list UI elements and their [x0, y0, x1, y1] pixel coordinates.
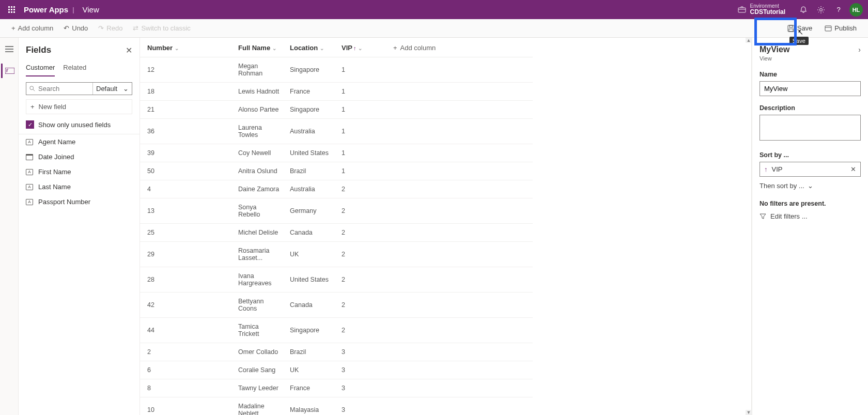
- cell-full_name: Michel Delisle: [233, 224, 285, 242]
- props-collapse-button[interactable]: ›: [858, 45, 861, 54]
- cell-empty: [388, 83, 533, 101]
- edit-filters-button[interactable]: Edit filters ...: [760, 212, 861, 220]
- add-column-button[interactable]: + Add column: [7, 22, 57, 34]
- publish-button[interactable]: Publish: [820, 22, 861, 34]
- table-row[interactable]: 36Laurena TowlesAustralia1: [140, 119, 533, 144]
- sort-chip[interactable]: ↑ VIP ✕: [760, 162, 861, 177]
- field-label: Agent Name: [38, 138, 75, 146]
- table-row[interactable]: 2Omer ColladoBrazil3: [140, 343, 533, 361]
- title-divider: |: [72, 6, 74, 13]
- edit-filters-label: Edit filters ...: [770, 212, 808, 220]
- field-item[interactable]: Date Joined: [19, 149, 140, 164]
- cell-empty: [388, 198, 533, 224]
- tab-related[interactable]: Related: [63, 62, 86, 76]
- cell-vip: 3: [336, 397, 388, 416]
- cell-location: Australia: [285, 180, 336, 198]
- show-unused-toggle[interactable]: ✓ Show only unused fields: [19, 117, 140, 134]
- remove-sort-button[interactable]: ✕: [850, 165, 856, 173]
- table-row[interactable]: 29Rosamaria Lasset...UK2: [140, 242, 533, 267]
- cell-vip: 3: [336, 379, 388, 397]
- table-row[interactable]: 8Tawny LeederFrance3: [140, 379, 533, 397]
- app-launcher-button[interactable]: [3, 2, 20, 18]
- table-row[interactable]: 50Anitra OslundBrazil1: [140, 162, 533, 180]
- switch-classic-button[interactable]: ⇄ Switch to classic: [129, 22, 194, 34]
- table-row[interactable]: 4Daine ZamoraAustralia2: [140, 180, 533, 198]
- chevron-down-icon: ⌄: [358, 45, 362, 51]
- name-input[interactable]: [760, 81, 861, 96]
- table-row[interactable]: 21Alonso ParteeSingapore1: [140, 101, 533, 119]
- settings-button[interactable]: [812, 1, 830, 19]
- calendar-icon: [26, 154, 33, 160]
- then-sort-button[interactable]: Then sort by ... ⌄: [760, 182, 861, 190]
- table-scroll[interactable]: ▲ Number⌄ Full Name⌄ Location⌄: [140, 38, 752, 415]
- cell-full_name: Rosamaria Lasset...: [233, 242, 285, 267]
- fields-filter-default[interactable]: Default ⌄: [92, 83, 132, 95]
- cell-number: 28: [140, 267, 233, 293]
- hamburger-icon: [5, 46, 13, 52]
- app-name: Power Apps: [24, 5, 68, 14]
- field-item[interactable]: AFirst Name: [19, 164, 140, 179]
- fields-search[interactable]: [26, 83, 92, 95]
- description-input[interactable]: [760, 115, 861, 141]
- svg-rect-4: [789, 25, 793, 27]
- table-row[interactable]: 39Coy NewellUnited States1: [140, 144, 533, 162]
- column-header-fullname[interactable]: Full Name⌄: [233, 38, 285, 57]
- table-row[interactable]: 6Coralie SangUK3: [140, 361, 533, 379]
- column-header-location[interactable]: Location⌄: [285, 38, 336, 57]
- cell-empty: [388, 180, 533, 198]
- sortby-label: Sort by ...: [760, 151, 861, 159]
- field-item[interactable]: APassport Number: [19, 194, 140, 209]
- cell-full_name: Tamica Trickett: [233, 318, 285, 343]
- main-content: Fields ✕ Customer Related Default ⌄ + Ne…: [0, 38, 868, 415]
- field-item[interactable]: ALast Name: [19, 179, 140, 194]
- cell-vip: 2: [336, 293, 388, 318]
- table-row[interactable]: 18Lewis HadnottFrance1: [140, 83, 533, 101]
- field-item[interactable]: AAgent Name: [19, 134, 140, 149]
- svg-text:?: ?: [836, 6, 840, 13]
- rail-fields[interactable]: [1, 64, 18, 78]
- column-header-number[interactable]: Number⌄: [140, 38, 233, 57]
- cell-location: France: [285, 379, 336, 397]
- fields-panel-close[interactable]: ✕: [126, 45, 132, 55]
- filter-icon: [760, 213, 766, 220]
- user-avatar[interactable]: HL: [849, 3, 863, 17]
- cell-full_name: Omer Collado: [233, 343, 285, 361]
- cell-number: 36: [140, 119, 233, 144]
- environment-selector[interactable]: Environment CDSTutorial: [738, 3, 785, 16]
- add-column-header[interactable]: +Add column: [388, 38, 533, 57]
- cell-vip: 1: [336, 57, 388, 83]
- table-row[interactable]: 28Ivana HargreavesUnited States2: [140, 267, 533, 293]
- chevron-down-icon: ⌄: [272, 45, 276, 51]
- save-button[interactable]: Save ↖ Save: [781, 22, 819, 34]
- scroll-down-arrow[interactable]: ▼: [746, 410, 752, 415]
- table-row[interactable]: 10Madaline NeblettMalayasia3: [140, 397, 533, 416]
- cell-number: 6: [140, 361, 233, 379]
- table-row[interactable]: 44Tamica TrickettSingapore2: [140, 318, 533, 343]
- notifications-button[interactable]: [795, 1, 812, 19]
- table-row[interactable]: 12Megan RohmanSingapore1: [140, 57, 533, 83]
- chevron-down-icon: ⌄: [320, 45, 324, 51]
- cell-number: 10: [140, 397, 233, 416]
- save-icon: [787, 25, 795, 32]
- fields-search-input[interactable]: [38, 85, 89, 93]
- cell-full_name: Daine Zamora: [233, 180, 285, 198]
- table-row[interactable]: 13Sonya RebelloGermany2: [140, 198, 533, 224]
- cell-vip: 2: [336, 198, 388, 224]
- cell-vip: 2: [336, 242, 388, 267]
- save-tooltip: Save: [789, 37, 809, 45]
- cell-empty: [388, 242, 533, 267]
- scroll-up-arrow[interactable]: ▲: [746, 38, 752, 43]
- text-icon: A: [26, 169, 33, 175]
- help-button[interactable]: ?: [830, 1, 847, 19]
- table-row[interactable]: 25Michel DelisleCanada2: [140, 224, 533, 242]
- column-header-vip[interactable]: VIP↑⌄: [336, 38, 388, 57]
- new-field-button[interactable]: + New field: [26, 99, 132, 114]
- rail-hamburger[interactable]: [1, 42, 18, 56]
- redo-button[interactable]: ↷ Redo: [94, 22, 127, 34]
- undo-icon: ↶: [64, 24, 69, 32]
- cell-vip: 1: [336, 144, 388, 162]
- tab-customer[interactable]: Customer: [26, 62, 55, 76]
- cell-location: France: [285, 83, 336, 101]
- table-row[interactable]: 42Bettyann CoonsCanada2: [140, 293, 533, 318]
- undo-button[interactable]: ↶ Undo: [59, 22, 92, 34]
